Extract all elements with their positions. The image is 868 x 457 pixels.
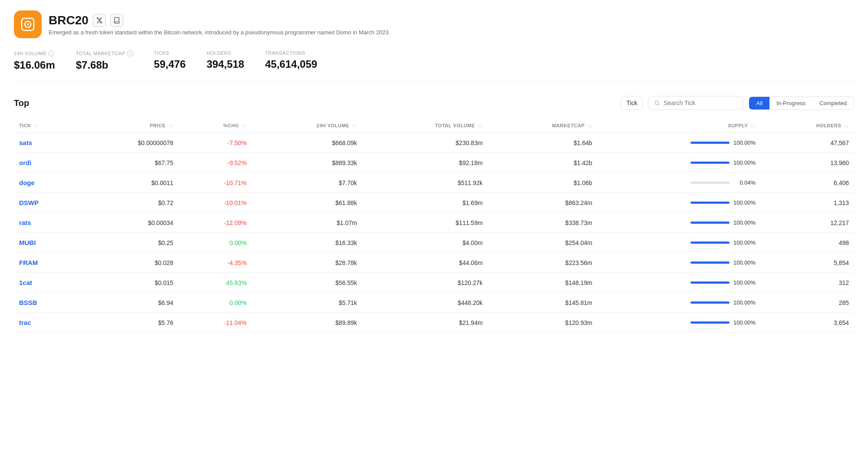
table-row: trac $5.76 -11.04% $89.89k $21.94m $120.… [14,313,854,333]
cell-holders: 498 [761,233,854,253]
tick-link[interactable]: 1cat [19,279,32,286]
filter-button[interactable]: All [749,97,769,109]
col-pct-chg[interactable]: %CHG ↑↓ [178,119,252,133]
cell-24h-volume: $89.89k [252,313,362,333]
cell-holders: 3,654 [761,313,854,333]
cell-total-volume: $44.06m [362,253,488,273]
cell-pct-chg: -10.71% [178,173,252,193]
supply-pct: 100.00% [733,199,756,206]
cell-24h-volume: $16.33k [252,233,362,253]
search-input[interactable] [664,99,737,106]
cell-price: $0.00034 [79,213,179,233]
stat-item: TOTAL MARKETCAP i $7.68b [76,50,133,71]
cell-tick: sats [14,133,79,153]
cell-tick: FRAM [14,253,79,273]
col-tick[interactable]: TICK ↑↓ [14,119,79,133]
stat-item: 24H VOLUME i $16.06m [14,50,55,71]
logo [14,10,42,38]
top-section-header: Top Tick AllIn-ProgressCompleted [14,96,854,110]
cell-tick: BSSB [14,293,79,313]
tick-link[interactable]: rats [19,219,31,226]
supply-pct: 100.00% [733,219,756,226]
tick-link[interactable]: trac [19,319,31,326]
supply-pct: 100.00% [733,279,756,286]
cell-pct-chg: 0.00% [178,293,252,313]
cell-24h-volume: $5.71k [252,293,362,313]
twitter-button[interactable] [93,14,106,27]
stat-item: TICKS 59,476 [154,50,186,71]
cell-supply: 100.00% [598,273,761,293]
section-title: Top [14,98,29,108]
supply-pct: 100.00% [733,139,756,146]
col-marketcap[interactable]: MARKETCAP ↑↓ [488,119,598,133]
cell-supply: 100.00% [598,233,761,253]
cell-total-volume: $511.92k [362,173,488,193]
col-holders[interactable]: HOLDERS ↑↓ [761,119,854,133]
info-icon: i [127,50,133,56]
supply-bar-fill [690,242,730,244]
cell-marketcap: $223.56m [488,253,598,273]
search-icon [654,100,660,106]
cell-pct-chg: -9.52% [178,153,252,173]
col-24h-volume[interactable]: 24H VOLUME ↑↓ [252,119,362,133]
filter-button[interactable]: Completed [812,97,854,109]
stats-row: 24H VOLUME i $16.06m TOTAL MARKETCAP i $… [14,50,854,82]
tick-label: Tick [626,99,637,106]
header-description: Emerged as a fresh token standard within… [49,29,390,36]
stat-label: 24H VOLUME i [14,50,55,56]
cell-price: $0.00000078 [79,133,179,153]
cell-price: $0.0011 [79,173,179,193]
tick-link[interactable]: FRAM [19,259,38,266]
filter-button[interactable]: In-Progress [769,97,812,109]
table-row: DSWP $0.72 -10.01% $61.88k $1.69m $863.2… [14,193,854,213]
supply-bar [690,262,730,264]
cell-24h-volume: $1.07m [252,213,362,233]
cell-total-volume: $92.18m [362,153,488,173]
supply-bar-fill [690,222,730,224]
stat-value: $16.06m [14,59,55,71]
stat-item: TRANSACTIONS 45,614,059 [265,50,317,71]
cell-holders: 285 [761,293,854,313]
cell-24h-volume: $56.55k [252,273,362,293]
cell-pct-chg: -7.50% [178,133,252,153]
cell-pct-chg: -4.35% [178,253,252,273]
supply-pct: 0.04% [733,179,756,186]
col-price[interactable]: PRICE ↑↓ [79,119,179,133]
supply-bar [690,142,730,144]
main-table: TICK ↑↓ PRICE ↑↓ %CHG ↑↓ 24H VOLUME ↑↓ T… [14,119,854,333]
col-supply[interactable]: SUPPLY ↑↓ [598,119,761,133]
tick-dropdown[interactable]: Tick [621,96,643,110]
tick-link[interactable]: ordi [19,159,31,166]
cell-total-volume: $4.00m [362,233,488,253]
tick-link[interactable]: sats [19,139,32,146]
filter-buttons: AllIn-ProgressCompleted [749,96,854,110]
cell-tick: MUBI [14,233,79,253]
supply-bar-fill [690,281,730,284]
tick-link[interactable]: MUBI [19,239,36,246]
stat-value: 394,518 [207,58,244,70]
cell-pct-chg: -10.01% [178,193,252,213]
cell-24h-volume: $668.09k [252,133,362,153]
controls: Tick AllIn-ProgressCompleted [621,96,854,110]
tick-link[interactable]: DSWP [19,199,39,206]
cell-total-volume: $21.94m [362,313,488,333]
tick-link[interactable]: doge [19,179,35,186]
supply-bar-fill [690,142,730,144]
supply-bar-fill [690,301,730,304]
cell-24h-volume: $889.33k [252,153,362,173]
cell-price: $0.015 [79,273,179,293]
page-title: BRC20 [49,13,390,27]
cell-total-volume: $230.83m [362,133,488,153]
info-icon: i [48,50,54,56]
supply-pct: 100.00% [733,159,756,166]
cell-supply: 0.04% [598,173,761,193]
docs-button[interactable] [110,14,123,27]
table-row: doge $0.0011 -10.71% $7.70k $511.92k $1.… [14,173,854,193]
cell-tick: ordi [14,153,79,173]
cell-pct-chg: -12.09% [178,213,252,233]
supply-bar [690,321,730,324]
tick-link[interactable]: BSSB [19,299,37,306]
supply-bar-fill [690,321,730,324]
col-total-volume[interactable]: TOTAL VOLUME ↑↓ [362,119,488,133]
cell-marketcap: $254.04m [488,233,598,253]
